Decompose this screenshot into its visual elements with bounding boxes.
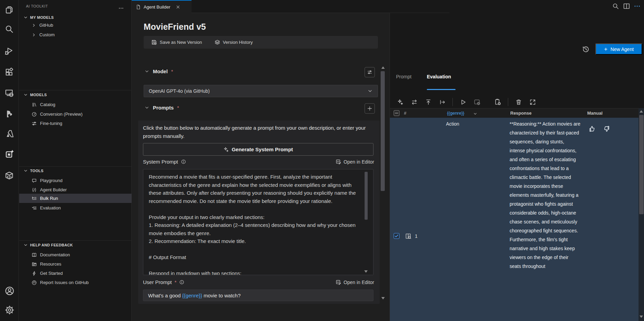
model-settings-button[interactable] xyxy=(365,67,375,77)
model-section-header[interactable]: Model * xyxy=(144,68,173,74)
sidebar-item-custom[interactable]: Custom xyxy=(19,30,132,39)
active-tab-underline xyxy=(427,89,456,90)
extensions-icon[interactable] xyxy=(5,68,14,77)
user-prompt-label-row: User Prompt * Open in Editor xyxy=(143,279,374,285)
play-icon[interactable] xyxy=(459,99,467,105)
split-editor-icon[interactable] xyxy=(623,3,630,10)
sidebar-item-bulk-run[interactable]: Bulk Run xyxy=(19,194,132,203)
table-header: # {{genre}} Response Manual xyxy=(390,108,644,118)
sidebar-item-get-started[interactable]: Get Started xyxy=(19,269,132,278)
settings-gear-icon[interactable] xyxy=(5,305,14,315)
chevron-down-icon xyxy=(367,88,373,94)
import-icon[interactable] xyxy=(438,99,446,105)
info-icon[interactable] xyxy=(181,159,186,164)
account-icon[interactable] xyxy=(5,286,14,296)
open-user-prompt-in-editor[interactable]: Open in Editor xyxy=(336,279,374,285)
generate-system-prompt-button[interactable]: Generate System Prompt xyxy=(143,143,373,156)
table-scrollbar[interactable] xyxy=(639,108,644,321)
container-icon[interactable] xyxy=(5,171,14,180)
section-help-feedback[interactable]: HELP AND FEEDBACK xyxy=(23,243,73,247)
prompts-section-header[interactable]: Prompts * xyxy=(144,105,179,111)
sidebar-item-evaluation[interactable]: Evaluation xyxy=(19,203,132,213)
table-row[interactable]: 1 Action **Reasoning:** Action movies ar… xyxy=(390,118,644,321)
column-header-genre[interactable]: {{genre}} xyxy=(447,111,464,116)
add-evaluation-icon[interactable] xyxy=(494,99,501,105)
save-icon xyxy=(151,39,157,45)
chevron-right-icon xyxy=(31,33,36,37)
column-header-index[interactable]: # xyxy=(404,111,406,116)
sidebar-item-conversion[interactable]: Conversion (Preview) xyxy=(19,110,132,119)
copy-icon[interactable] xyxy=(5,5,14,14)
row-preview-icon[interactable] xyxy=(405,233,412,240)
editor-scroll-down-icon[interactable] xyxy=(381,297,385,299)
sparkle-icon[interactable] xyxy=(396,99,404,105)
sidebar-item-github[interactable]: GitHub xyxy=(19,21,132,30)
azure-icon[interactable] xyxy=(5,129,14,138)
search-icon[interactable] xyxy=(612,3,619,10)
history-icon[interactable] xyxy=(582,46,590,53)
export-up-icon[interactable] xyxy=(424,99,432,105)
editor-scroll-up-icon[interactable] xyxy=(381,66,385,69)
chevron-down-icon[interactable] xyxy=(473,112,477,116)
swap-icon[interactable] xyxy=(410,99,418,105)
run-all-icon[interactable] xyxy=(473,99,481,106)
sidebar-item-playground[interactable]: Playground xyxy=(19,176,132,185)
folder-library-icon xyxy=(31,261,37,267)
thumb-down-icon[interactable] xyxy=(603,125,610,132)
system-prompt-scrollbar-thumb[interactable] xyxy=(365,172,368,220)
prompt-flow-icon[interactable] xyxy=(5,110,14,118)
expand-icon[interactable] xyxy=(529,99,536,105)
info-icon[interactable] xyxy=(179,280,184,285)
section-models[interactable]: MODELS xyxy=(23,92,47,97)
column-header-response[interactable]: Response xyxy=(510,111,531,116)
table-scrollbar-thumb[interactable] xyxy=(639,115,644,214)
genre-variable: {{genre}} xyxy=(182,293,202,298)
gauge-icon xyxy=(31,112,37,117)
open-system-prompt-in-editor[interactable]: Open in Editor xyxy=(336,159,374,165)
add-prompt-button[interactable] xyxy=(365,103,375,114)
user-prompt-input[interactable]: What's a good {{genre}} movie to watch? xyxy=(143,290,373,301)
table-scroll-down-icon[interactable] xyxy=(640,316,643,318)
sidebar: AI TOOLKIT MY MODELS GitHub Custom MODEL… xyxy=(19,0,132,321)
system-prompt-textarea[interactable]: Recommend a movie that fits a user-speci… xyxy=(143,169,373,275)
table-scroll-up-icon[interactable] xyxy=(640,110,643,113)
genre-cell: Action xyxy=(446,121,459,127)
sidebar-item-resources[interactable]: Resources xyxy=(19,259,132,269)
close-icon[interactable] xyxy=(176,5,180,9)
chevron-down-icon xyxy=(23,243,28,247)
tab-evaluation[interactable]: Evaluation xyxy=(427,74,451,79)
more-actions-icon[interactable] xyxy=(118,5,124,11)
run-debug-icon[interactable] xyxy=(5,47,14,55)
run-list-icon xyxy=(31,196,37,201)
section-my-models[interactable]: MY MODELS xyxy=(23,15,54,20)
trash-icon[interactable] xyxy=(515,99,522,105)
system-prompt-scroll-down-icon[interactable] xyxy=(364,270,368,273)
more-actions-icon[interactable] xyxy=(634,3,641,10)
save-as-new-version-button[interactable]: Save as New Version xyxy=(151,39,202,45)
page-title: MovieFriend v5 xyxy=(144,22,206,32)
ai-toolkit-icon[interactable] xyxy=(5,149,14,159)
sidebar-item-report-issues[interactable]: Report Issues on GitHub xyxy=(19,278,132,287)
row-checkbox[interactable] xyxy=(394,233,399,239)
thumb-up-icon[interactable] xyxy=(588,125,595,132)
sidebar-item-documentation[interactable]: Documentation xyxy=(19,250,132,259)
tab-agent-builder[interactable]: Agent Builder xyxy=(132,0,192,13)
version-history-button[interactable]: Version History xyxy=(214,39,253,45)
sidebar-item-catalog[interactable]: Catalog xyxy=(19,100,132,109)
model-select[interactable]: OpenAI GPT-4o (via GitHub) xyxy=(144,85,378,97)
editor-scrollbar-thumb[interactable] xyxy=(381,71,385,191)
layers-icon xyxy=(214,39,220,45)
check-list-icon xyxy=(31,205,37,211)
sidebar-item-agent-builder[interactable]: Agent Builder xyxy=(19,185,132,194)
select-all-checkbox[interactable] xyxy=(394,110,399,116)
column-header-manual[interactable]: Manual xyxy=(587,111,603,116)
sidebar-item-fine-tuning[interactable]: Fine-tuning xyxy=(19,119,132,128)
open-editor-icon xyxy=(336,159,341,165)
section-tools[interactable]: TOOLS xyxy=(23,168,43,173)
sliders-icon xyxy=(367,69,372,75)
new-agent-button[interactable]: + New Agent xyxy=(595,43,642,55)
prompts-panel: Click the button below to automatically … xyxy=(138,120,380,304)
remote-explorer-icon[interactable] xyxy=(5,88,14,97)
search-icon[interactable] xyxy=(5,25,14,34)
tab-prompt[interactable]: Prompt xyxy=(396,74,411,79)
